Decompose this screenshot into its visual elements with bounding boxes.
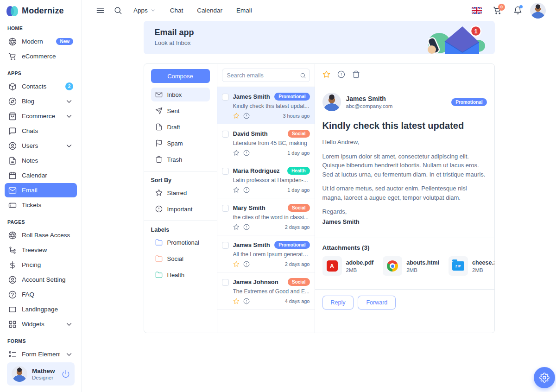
sender-name: James Smith [346,95,393,102]
hamburger-icon [96,6,105,15]
logout-power-icon[interactable] [62,370,70,378]
filter-important[interactable]: Important [151,202,210,216]
grid-icon [8,320,17,329]
label-badge: Promotional [451,98,486,106]
attachment-item[interactable]: cheese.zip 2MB [449,256,494,276]
ticket-icon [8,201,17,209]
pdf-icon [327,260,338,272]
star-icon[interactable] [233,261,240,267]
email-list-item[interactable]: James Johnson Social The Extremes of Goo… [217,272,315,310]
attachment-item[interactable]: abouts.html 2MB [383,256,439,276]
nav-link-email[interactable]: Email [230,7,258,14]
email-checkbox[interactable] [222,168,229,175]
email-list-item[interactable]: James Smith Promotional All the Lorem Ip… [217,235,315,272]
email-checkbox[interactable] [222,242,229,249]
nav-link-apps[interactable]: Apps [127,7,162,14]
sidebar-item-users[interactable]: Users [5,139,77,153]
sidebar-toggle-button[interactable] [92,3,108,19]
sidebar-item-ecommerce-app[interactable]: Ecommerce [5,109,77,123]
profile-avatar-button[interactable] [530,3,546,19]
important-icon[interactable] [243,261,250,267]
folder-spam[interactable]: Spam [151,136,210,150]
label-promotional[interactable]: Promotional [151,235,210,249]
sidebar-item-faq[interactable]: FAQ [5,287,77,302]
sidebar-item-landingpage[interactable]: Landingpage [5,302,77,316]
sidebar-item-treeview[interactable]: Treeview [5,243,77,257]
mail-detail-panel: James Smith abc@company.com Promotional … [315,64,494,333]
aperture-icon [8,231,17,240]
folder-trash[interactable]: Trash [151,152,210,166]
aperture-icon [8,38,17,46]
notifications-button[interactable] [510,3,525,19]
nav-link-calendar[interactable]: Calendar [191,7,228,14]
email-list-item[interactable]: Mary Smith Social the cites of the word … [217,198,315,235]
email-time: 2 days ago [285,261,310,267]
forward-button[interactable]: Forward [358,296,396,310]
cart-button[interactable]: 0 [489,3,505,19]
label-badge: Social [288,278,310,286]
sidebar-item-account-setting[interactable]: Account Setting [5,272,77,287]
sidebar-item-ecommerce-home[interactable]: eCommerce [5,49,77,63]
attachments-title: Attachments (3) [322,244,487,251]
compass-icon [8,97,17,106]
email-checkbox[interactable] [222,205,229,212]
label-health[interactable]: Health [151,268,210,282]
sidebar-item-tickets[interactable]: Tickets [5,198,77,212]
folder-draft[interactable]: Draft [151,120,210,134]
star-icon[interactable] [322,70,330,78]
top-navbar: Apps Chat Calendar Email [82,0,556,21]
sidebar-item-modern[interactable]: Modern New [5,34,77,49]
important-icon[interactable] [243,187,250,193]
important-icon[interactable] [243,150,250,156]
important-icon[interactable] [243,113,250,119]
trash-icon [155,156,163,163]
important-icon[interactable] [243,224,250,230]
sidebar-item-pricing[interactable]: Pricing [5,258,77,272]
sidebar-item-chats[interactable]: Chats [5,124,77,138]
sidebar-item-widgets[interactable]: Widgets [5,317,77,331]
important-icon[interactable] [337,70,345,78]
label-badge: Promotional [274,241,310,249]
email-checkbox[interactable] [222,94,229,101]
sidebar-item-email[interactable]: Email [5,183,77,197]
email-checkbox[interactable] [222,279,229,286]
compose-button[interactable]: Compose [151,69,210,83]
svg-text:1: 1 [474,28,477,35]
star-icon[interactable] [233,224,240,230]
sidebar-item-calendar[interactable]: Calendar [5,168,77,183]
star-icon[interactable] [233,298,240,304]
sidebar-item-contacts[interactable]: Contacts 2 [5,79,77,94]
mail-search [217,64,315,87]
search-emails-input[interactable] [222,69,310,82]
trash-icon[interactable] [352,70,360,78]
settings-fab-button[interactable] [534,367,555,388]
label-badge: Social [288,204,310,212]
notification-dot [519,5,523,8]
star-icon[interactable] [233,113,240,119]
reply-button[interactable]: Reply [322,296,354,310]
language-button[interactable] [469,3,485,19]
filter-starred[interactable]: Starred [151,186,210,200]
folder-sent[interactable]: Sent [151,104,210,118]
app-root: Modernize HOME Modern New eCommerce APPS… [0,0,556,392]
star-icon[interactable] [233,150,240,156]
email-checkbox[interactable] [222,131,229,138]
email-list-item[interactable]: James Smith Promotional Kindly check thi… [217,87,315,124]
email-list-item[interactable]: Maria Rodriguez Health Latin professor a… [217,161,315,198]
attachment-item[interactable]: adobe.pdf 2MB [322,256,374,276]
email-illustration: 1 [423,21,486,54]
sidebar-item-roll-base-access[interactable]: Roll Base Access [5,228,77,242]
chevron-down-icon [65,350,73,359]
important-icon[interactable] [243,298,250,304]
email-list-item[interactable]: David Smith Social Literature from 45 BC… [217,124,315,161]
search-button[interactable] [110,3,126,19]
user-circle-icon [8,142,17,150]
label-social[interactable]: Social [151,252,210,266]
nav-link-chat[interactable]: Chat [164,7,190,14]
brand-logo[interactable]: Modernize [0,0,82,19]
star-icon[interactable] [233,187,240,193]
sidebar-item-blog[interactable]: Blog [5,94,77,108]
folder-inbox[interactable]: Inbox [151,88,210,101]
sidebar-item-notes[interactable]: Notes [5,153,77,168]
sidebar-item-form-elements[interactable]: Form Elements [5,347,77,361]
